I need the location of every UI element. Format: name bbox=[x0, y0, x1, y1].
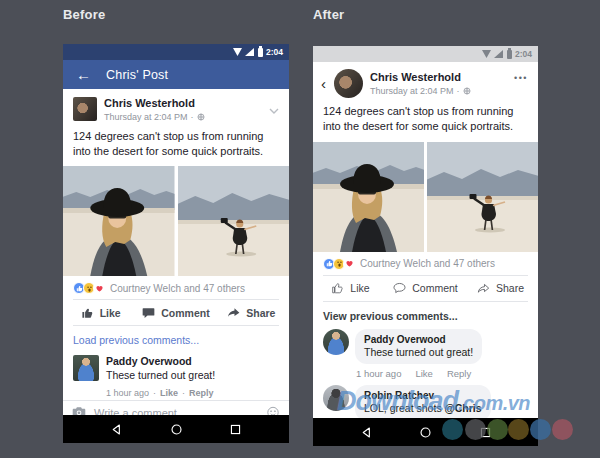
view-previous-comments-link[interactable]: View previous comments... bbox=[313, 302, 538, 325]
commenter-name[interactable]: Paddy Overwood bbox=[364, 333, 473, 346]
status-bar: 2:04 bbox=[313, 46, 538, 62]
post-header: ‹ Chris Westerhold Thursday at 2:04 PM ·… bbox=[313, 62, 538, 104]
share-button[interactable]: Share bbox=[214, 307, 289, 319]
share-button[interactable]: Share bbox=[463, 282, 538, 294]
post-timestamp: Thursday at 2:04 PM bbox=[370, 86, 454, 96]
commenter-avatar[interactable] bbox=[73, 355, 99, 381]
comment-button[interactable]: Comment bbox=[388, 282, 463, 294]
reaction-summary-text: Courtney Welch and 47 others bbox=[110, 283, 245, 294]
nav-home-button[interactable] bbox=[170, 423, 183, 436]
post-action-bar: Like Comment Share bbox=[63, 300, 289, 325]
cell-signal-icon bbox=[494, 50, 503, 58]
globe-privacy-icon bbox=[197, 113, 205, 121]
globe-privacy-icon bbox=[463, 87, 471, 95]
photo-attachments bbox=[313, 142, 538, 252]
reaction-summary-text: Courtney Welch and 47 others bbox=[360, 258, 495, 269]
watermark-dot-gray bbox=[465, 419, 486, 440]
battery-icon bbox=[507, 50, 512, 59]
after-label: After bbox=[313, 7, 344, 22]
nav-back-button[interactable] bbox=[110, 423, 123, 436]
wifi-icon bbox=[482, 50, 491, 58]
watermark-dot-brown bbox=[508, 419, 529, 440]
post-message: 124 degrees can't stop us from running i… bbox=[313, 104, 538, 142]
comment-reply-link[interactable]: Reply bbox=[189, 388, 214, 398]
comment-item: Paddy Overwood These turned out great! 1… bbox=[63, 351, 289, 399]
author-name[interactable]: Chris Westerhold bbox=[370, 71, 471, 85]
back-arrow-icon[interactable]: ← bbox=[76, 67, 91, 82]
before-label: Before bbox=[63, 7, 105, 22]
status-time: 2:04 bbox=[515, 49, 532, 59]
meta-separator: · bbox=[153, 388, 156, 398]
commenter-avatar[interactable] bbox=[323, 329, 349, 355]
post-options-button[interactable] bbox=[269, 97, 279, 118]
comment-text: These turned out great! bbox=[106, 369, 215, 383]
status-bar: 2:04 bbox=[63, 44, 289, 60]
comment-bubble: Paddy Overwood These turned out great! bbox=[355, 329, 482, 365]
page-title: Chris' Post bbox=[106, 68, 168, 82]
app-toolbar: ← Chris' Post bbox=[63, 60, 289, 89]
watermark-text: Download bbox=[337, 386, 458, 416]
back-chevron-icon[interactable]: ‹ bbox=[321, 76, 327, 91]
photo-attachments bbox=[63, 166, 289, 276]
comment-meta: 1 hour ago · Like · Reply bbox=[106, 388, 215, 398]
post-meta: Thursday at 2:04 PM · bbox=[370, 86, 471, 96]
post-header: Chris Westerhold Thursday at 2:04 PM · bbox=[63, 89, 289, 126]
feed-content: ‹ Chris Westerhold Thursday at 2:04 PM ·… bbox=[313, 62, 538, 418]
reaction-badges bbox=[73, 282, 105, 294]
author-avatar[interactable] bbox=[334, 69, 363, 98]
battery-icon bbox=[258, 48, 263, 57]
load-previous-comments-link[interactable]: Load previous comments... bbox=[63, 326, 289, 351]
android-nav-bar bbox=[63, 415, 289, 443]
love-reaction-icon bbox=[93, 282, 105, 294]
watermark-suffix: .com.vn bbox=[458, 392, 530, 414]
phone-before: 2:04 ← Chris' Post Chris Westerhold Thur… bbox=[63, 44, 289, 443]
thumbs-up-icon bbox=[331, 282, 344, 294]
comment-input[interactable]: Write a comment... bbox=[94, 407, 258, 415]
nav-back-button[interactable] bbox=[360, 426, 373, 439]
comment-reply-link[interactable]: Reply bbox=[447, 368, 471, 379]
comment-time: 1 hour ago bbox=[106, 388, 149, 398]
comment-button[interactable]: Comment bbox=[138, 307, 213, 319]
comment-bubble-icon bbox=[393, 282, 406, 294]
post-action-bar: Like Comment Share bbox=[313, 276, 538, 301]
post-timestamp: Thursday at 2:04 PM bbox=[104, 112, 188, 122]
watermark-dot-green bbox=[487, 419, 508, 440]
comment-text: These turned out great! bbox=[364, 346, 473, 360]
cell-signal-icon bbox=[245, 48, 254, 56]
photo-desert-figure[interactable] bbox=[427, 142, 538, 252]
comment-like-link[interactable]: Like bbox=[415, 368, 432, 379]
like-button[interactable]: Like bbox=[63, 307, 138, 319]
more-options-button[interactable]: ••• bbox=[514, 69, 528, 83]
author-avatar[interactable] bbox=[73, 97, 97, 121]
watermark-dot-blue bbox=[530, 419, 551, 440]
photo-woman-hat[interactable] bbox=[313, 142, 424, 252]
photo-desert-figure[interactable] bbox=[178, 166, 290, 276]
commenter-name[interactable]: Paddy Overwood bbox=[106, 355, 215, 369]
comment-like-link[interactable]: Like bbox=[160, 388, 178, 398]
watermark-dot-teal bbox=[442, 419, 463, 440]
nav-home-button[interactable] bbox=[419, 426, 432, 439]
post-message: 124 degrees can't stop us from running i… bbox=[63, 126, 289, 167]
reaction-summary-row[interactable]: Courtney Welch and 47 others bbox=[63, 276, 289, 299]
reaction-badges bbox=[323, 258, 355, 270]
comment-meta: 1 hour ago Like Reply bbox=[356, 368, 538, 379]
wifi-icon bbox=[233, 48, 242, 56]
meta-separator: · bbox=[457, 86, 460, 96]
chevron-down-icon bbox=[269, 108, 279, 114]
feed-content: Chris Westerhold Thursday at 2:04 PM · 1… bbox=[63, 89, 289, 415]
photo-woman-hat[interactable] bbox=[63, 166, 175, 276]
thumbs-up-icon bbox=[81, 307, 94, 319]
like-button[interactable]: Like bbox=[313, 282, 388, 294]
comment-time: 1 hour ago bbox=[356, 368, 401, 379]
author-name[interactable]: Chris Westerhold bbox=[104, 97, 205, 111]
comment-bubble-icon bbox=[142, 307, 155, 319]
share-arrow-icon bbox=[477, 282, 490, 294]
reaction-summary-row[interactable]: Courtney Welch and 47 others bbox=[313, 252, 538, 275]
emoji-smiley-icon[interactable] bbox=[266, 406, 280, 415]
comment-composer[interactable]: Write a comment... bbox=[63, 400, 289, 415]
comment-item: Paddy Overwood These turned out great! bbox=[313, 325, 538, 365]
meta-separator: · bbox=[191, 112, 194, 122]
nav-recents-button[interactable] bbox=[229, 423, 242, 436]
camera-icon[interactable] bbox=[72, 406, 86, 415]
watermark-dot-red bbox=[552, 419, 573, 440]
